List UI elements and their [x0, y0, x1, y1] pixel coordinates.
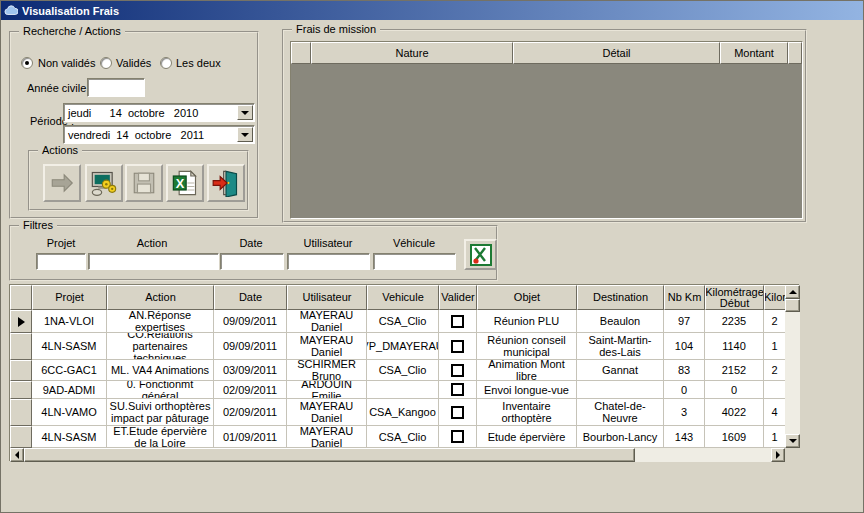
- grid-cell-action[interactable]: ET.Etude épervière de la Loire: [107, 426, 214, 448]
- grid-cell-projet[interactable]: 6CC-GAC1: [32, 360, 107, 381]
- grid-cell-km-debut[interactable]: 0: [705, 381, 764, 399]
- grid-cell-utilisateur[interactable]: ARDOUIN Emilie: [287, 381, 367, 399]
- grid-cell-utilisateur[interactable]: MAYERAU Daniel: [287, 333, 367, 360]
- valider-checkbox[interactable]: [451, 340, 464, 353]
- compute-button[interactable]: [85, 164, 123, 202]
- grid-col-header-action[interactable]: Action: [107, 285, 214, 310]
- frais-col-detail[interactable]: Détail: [513, 42, 720, 64]
- grid-cell-utilisateur[interactable]: MAYERAU Daniel: [287, 399, 367, 426]
- row-selector[interactable]: [10, 333, 32, 360]
- scroll-left-button[interactable]: [10, 448, 24, 462]
- grid-cell-objet[interactable]: Réunion PLU: [477, 310, 577, 333]
- grid-col-header-km-debut[interactable]: Kilométrage Début: [705, 285, 764, 310]
- grid-cell-projet[interactable]: 1NA-VLOI: [32, 310, 107, 333]
- grid-cell-action[interactable]: SU.Suivi orthoptères impact par pâturage: [107, 399, 214, 426]
- grid-cell-vehicule[interactable]: CSA_Clio: [367, 360, 439, 381]
- grid-col-header-projet[interactable]: Projet: [32, 285, 107, 310]
- grid-cell-vehicule[interactable]: [367, 381, 439, 399]
- horizontal-scroll-thumb[interactable]: [24, 448, 635, 462]
- filter-action-input[interactable]: [88, 253, 219, 270]
- valider-checkbox[interactable]: [451, 430, 464, 443]
- grid-cell-vehicule[interactable]: CSA_Kangoo: [367, 399, 439, 426]
- grid-cell-projet[interactable]: 4LN-VAMO: [32, 399, 107, 426]
- grid-cell-action[interactable]: 0. Fonctionmt général: [107, 381, 214, 399]
- grid-col-header-destination[interactable]: Destination: [577, 285, 664, 310]
- go-button[interactable]: [43, 164, 81, 202]
- grid-cell-km-debut[interactable]: 2152: [705, 360, 764, 381]
- scroll-down-button[interactable]: [785, 434, 800, 448]
- grid-cell-km-fin-partial[interactable]: 2: [764, 310, 786, 333]
- grid-cell-km-debut[interactable]: 1140: [705, 333, 764, 360]
- grid-cell-objet[interactable]: Envoi longue-vue: [477, 381, 577, 399]
- grid-cell-projet[interactable]: 4LN-SASM: [32, 426, 107, 448]
- grid-cell-vehicule[interactable]: VP_DMAYERAU: [367, 333, 439, 360]
- grid-col-header-vehicule[interactable]: Vehicule: [367, 285, 439, 310]
- row-selector[interactable]: [10, 399, 32, 426]
- grid-cell-km-fin-partial[interactable]: 4: [764, 399, 786, 426]
- grid-col-header-utilisateur[interactable]: Utilisateur: [287, 285, 367, 310]
- save-button[interactable]: [125, 164, 163, 202]
- grid-cell-km-debut[interactable]: 4022: [705, 399, 764, 426]
- row-selector[interactable]: [10, 426, 32, 448]
- grid-cell-objet[interactable]: Réunion conseil municipal: [477, 333, 577, 360]
- grid-cell-km-fin-partial[interactable]: 2: [764, 360, 786, 381]
- valider-checkbox[interactable]: [451, 383, 464, 396]
- grid-vertical-scrollbar[interactable]: [785, 285, 800, 448]
- excel-export-button[interactable]: X: [166, 164, 204, 202]
- scroll-up-button[interactable]: [785, 285, 800, 299]
- valider-checkbox[interactable]: [451, 315, 464, 328]
- grid-cell-action[interactable]: ML. VA4 Animations: [107, 360, 214, 381]
- grid-col-header-objet[interactable]: Objet: [477, 285, 577, 310]
- grid-cell-destination[interactable]: Chatel-de-Neuvre: [577, 399, 664, 426]
- grid-col-header-nb-km[interactable]: Nb Km: [664, 285, 705, 310]
- grid-cell-vehicule[interactable]: CSA_Clio: [367, 310, 439, 333]
- grid-cell-date[interactable]: 02/09/2011: [214, 399, 287, 426]
- grid-cell-destination[interactable]: Beaulon: [577, 310, 664, 333]
- grid-cell-action[interactable]: AN.Réponse expertises: [107, 310, 214, 333]
- row-selector[interactable]: [10, 381, 32, 399]
- exit-button[interactable]: [207, 164, 245, 202]
- grid-cell-destination[interactable]: Bourbon-Lancy: [577, 426, 664, 448]
- filter-vehicule-input[interactable]: [373, 253, 456, 270]
- filter-date-input[interactable]: [220, 253, 284, 270]
- grid-cell-action[interactable]: CO.Relations partenaires techniques: [107, 333, 214, 360]
- grid-cell-objet[interactable]: Animation Mont libre: [477, 360, 577, 381]
- grid-cell-nb-km[interactable]: 3: [664, 399, 705, 426]
- grid-cell-objet[interactable]: Etude épervière: [477, 426, 577, 448]
- grid-col-header-valider[interactable]: Valider: [439, 285, 477, 310]
- grid-cell-date[interactable]: 02/09/2011: [214, 381, 287, 399]
- grid-cell-vehicule[interactable]: CSA_Clio: [367, 426, 439, 448]
- filter-projet-input[interactable]: [36, 253, 86, 270]
- grid-cell-objet[interactable]: Inventaire orthoptère: [477, 399, 577, 426]
- grid-cell-destination[interactable]: Gannat: [577, 360, 664, 381]
- grid-col-header-km-fin-partial[interactable]: Kilor: [764, 285, 786, 310]
- periode-debut-dropdown[interactable]: jeudi 14 octobre 2010: [63, 103, 255, 122]
- grid-cell-date[interactable]: 01/09/2011: [214, 426, 287, 448]
- grid-cell-projet[interactable]: 4LN-SASM: [32, 333, 107, 360]
- grid-cell-nb-km[interactable]: 143: [664, 426, 705, 448]
- frais-col-montant[interactable]: Montant: [720, 42, 788, 64]
- grid-col-header-date[interactable]: Date: [214, 285, 287, 310]
- grid-cell-date[interactable]: 03/09/2011: [214, 360, 287, 381]
- grid-cell-km-fin-partial[interactable]: [764, 381, 786, 399]
- row-selector[interactable]: [10, 360, 32, 381]
- valider-checkbox[interactable]: [451, 406, 464, 419]
- valider-checkbox[interactable]: [451, 364, 464, 377]
- grid-cell-nb-km[interactable]: 0: [664, 381, 705, 399]
- grid-cell-destination[interactable]: [577, 381, 664, 399]
- periode-fin-dropdown-button[interactable]: [237, 127, 253, 142]
- grid-cell-utilisateur[interactable]: MAYERAU Daniel: [287, 426, 367, 448]
- radio-valides[interactable]: [100, 57, 112, 69]
- grid-cell-utilisateur[interactable]: MAYERAU Daniel: [287, 310, 367, 333]
- periode-fin-dropdown[interactable]: vendredi 14 octobre 2011: [63, 125, 255, 144]
- frais-col-nature[interactable]: Nature: [311, 42, 513, 64]
- grid-cell-destination[interactable]: Saint-Martin-des-Lais: [577, 333, 664, 360]
- grid-cell-utilisateur[interactable]: SCHIRMER Bruno: [287, 360, 367, 381]
- grid-cell-nb-km[interactable]: 83: [664, 360, 705, 381]
- row-selector[interactable]: [10, 310, 32, 333]
- title-bar[interactable]: Visualisation Frais: [1, 1, 863, 20]
- grid-horizontal-scrollbar[interactable]: [10, 448, 785, 462]
- radio-non-valides[interactable]: [21, 57, 33, 69]
- grid-cell-km-fin-partial[interactable]: 1: [764, 333, 786, 360]
- periode-debut-dropdown-button[interactable]: [237, 105, 253, 120]
